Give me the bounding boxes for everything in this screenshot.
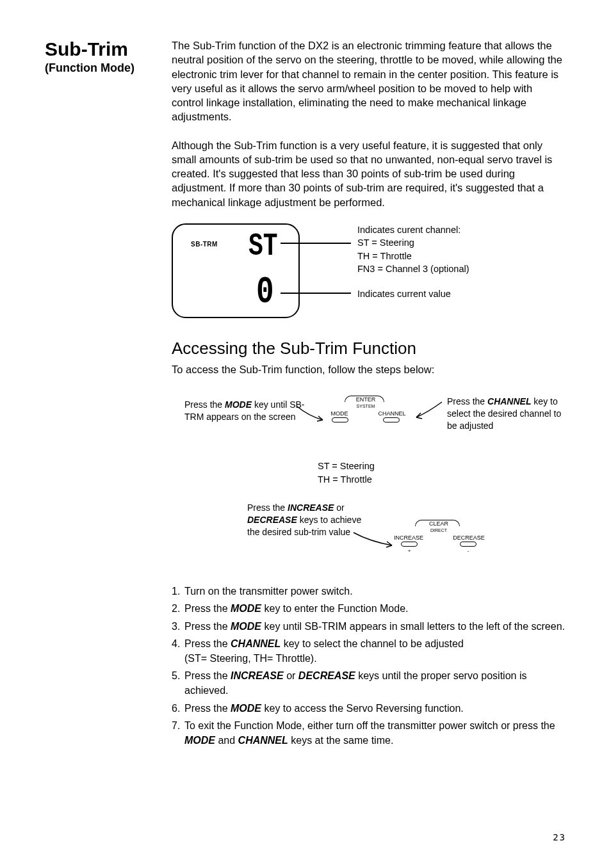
button-sys-label: DIRECT xyxy=(384,527,493,533)
legend-line: TH = Throttle xyxy=(318,473,375,486)
text: Press the xyxy=(247,502,288,513)
key-name: CHANNEL xyxy=(487,396,531,406)
paragraph-2: Although the Sub-Trim function is a very… xyxy=(172,138,566,209)
button-icon xyxy=(332,417,348,422)
key-name: INCREASE xyxy=(288,502,334,513)
button-icon xyxy=(401,542,418,547)
page-number: 23 xyxy=(553,832,566,842)
step-2: 2.Press the MODE key to enter the Functi… xyxy=(172,601,566,616)
caption-channel-key: Press the CHANNEL key to select the desi… xyxy=(447,396,569,432)
section-heading: Accessing the Sub-Trim Function xyxy=(172,337,566,360)
callout-line xyxy=(281,243,351,244)
subtitle: (Function Mode) xyxy=(45,61,154,75)
lcd-caption-channel: Indicates curent channel: ST = Steering … xyxy=(357,223,469,275)
channel-legend: ST = Steering TH = Throttle xyxy=(318,460,375,486)
lcd-channel-indicator: ST xyxy=(248,225,278,268)
button-label-decrease: DECREASE xyxy=(450,534,488,542)
key-name: DECREASE xyxy=(247,515,297,525)
caption-line: FN3 = Channel 3 (optional) xyxy=(357,262,469,275)
button-diagram-2: Press the INCREASE or DECREASE keys to a… xyxy=(172,502,566,572)
minus-icon: - xyxy=(460,548,477,555)
text: Press the xyxy=(447,396,487,406)
legend-line: ST = Steering xyxy=(318,460,375,473)
callout-line xyxy=(281,293,351,294)
button-label-mode: MODE xyxy=(320,410,359,417)
caption-line: ST = Steering xyxy=(357,236,469,249)
step-7: 7.To exit the Function Mode, either turn… xyxy=(172,718,566,748)
paragraph-1: The Sub-Trim function of the DX2 is an e… xyxy=(172,38,566,124)
arrow-icon xyxy=(412,399,444,420)
plus-icon: + xyxy=(401,548,418,555)
bracket-icon xyxy=(415,520,460,526)
button-icon xyxy=(383,417,400,422)
caption-line: TH = Throttle xyxy=(357,250,469,262)
caption-line: Indicates curent channel: xyxy=(357,223,469,236)
section-intro: To access the Sub-Trim function, follow … xyxy=(172,362,566,376)
mode-channel-buttons: ENTER SYSTEM MODE CHANNEL xyxy=(318,396,414,434)
lcd-diagram: SB-TRM ST 0 Indicates curent channel: ST… xyxy=(172,223,566,326)
step-6: 6.Press the MODE key to access the Servo… xyxy=(172,701,566,716)
step-4: 4.Press the CHANNEL key to select the ch… xyxy=(172,636,566,666)
button-label-channel: CHANNEL xyxy=(373,410,411,417)
text: Press the xyxy=(184,399,225,410)
key-name: MODE xyxy=(225,399,252,410)
lcd-caption-value: Indicates current value xyxy=(357,287,451,300)
text: or xyxy=(334,502,344,513)
step-5: 5.Press the INCREASE or DECREASE keys un… xyxy=(172,668,566,698)
button-sys-label: SYSTEM xyxy=(318,403,414,409)
title: Sub-Trim xyxy=(45,38,154,60)
lcd-mode-label: SB-TRM xyxy=(191,240,218,249)
caption-mode-key: Press the MODE key until SB-TRM appears … xyxy=(184,399,306,423)
lcd-value-indicator: 0 xyxy=(256,266,274,318)
sidebar-title: Sub-Trim (Function Mode) xyxy=(45,38,154,750)
step-1: 1.Turn on the transmitter power switch. xyxy=(172,584,566,599)
increase-decrease-buttons: CLEAR DIRECT INCREASE DECREASE + - xyxy=(384,520,493,558)
step-3: 3.Press the MODE key until SB-TRIM appea… xyxy=(172,619,566,634)
bracket-icon xyxy=(345,396,384,402)
button-label-increase: INCREASE xyxy=(389,534,428,542)
button-icon xyxy=(460,542,477,547)
button-diagram-1: Press the MODE key until SB-TRM appears … xyxy=(172,396,566,498)
lcd-screen: SB-TRM ST 0 xyxy=(172,223,300,318)
steps-list: 1.Turn on the transmitter power switch. … xyxy=(172,584,566,748)
